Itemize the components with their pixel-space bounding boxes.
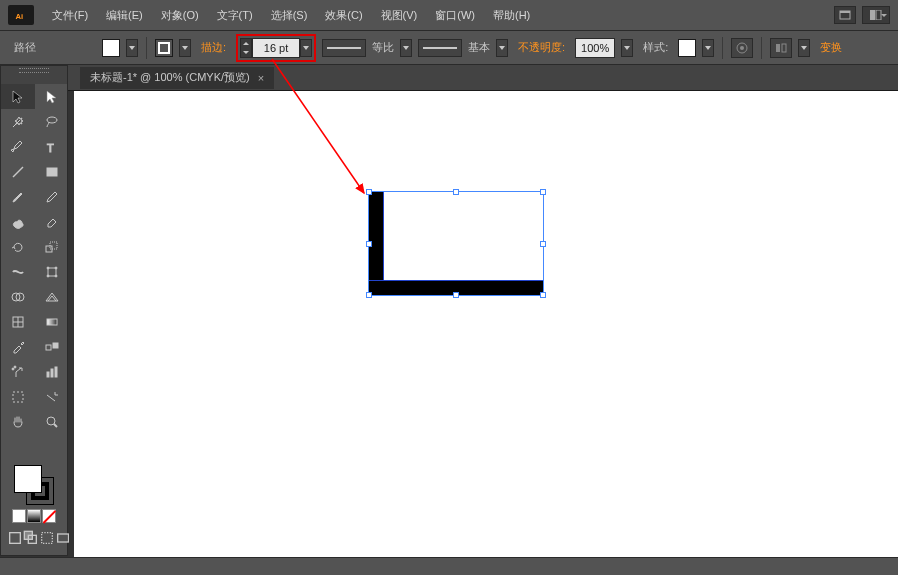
column-graph-tool[interactable] <box>35 359 69 384</box>
menu-object[interactable]: 对象(O) <box>153 4 207 27</box>
handle-top-mid[interactable] <box>453 189 459 195</box>
svg-rect-26 <box>46 345 51 350</box>
hand-tool[interactable] <box>1 409 35 434</box>
slice-tool[interactable] <box>35 384 69 409</box>
stroke-weight-dropdown[interactable] <box>300 39 312 57</box>
handle-top-left[interactable] <box>366 189 372 195</box>
svg-rect-8 <box>782 44 786 52</box>
fill-dropdown[interactable] <box>126 39 138 57</box>
menu-bar: Ai 文件(F) 编辑(E) 对象(O) 文字(T) 选择(S) 效果(C) 视… <box>0 0 898 30</box>
svg-rect-25 <box>47 319 57 325</box>
none-mode-swatch[interactable] <box>42 509 56 523</box>
document-tab-bar: 未标题-1* @ 100% (CMYK/预览) × <box>0 65 898 91</box>
stroke-swatch[interactable] <box>155 39 173 57</box>
menu-help[interactable]: 帮助(H) <box>485 4 538 27</box>
arrange-docs-button[interactable] <box>862 6 890 24</box>
fill-stroke-indicator[interactable] <box>14 465 54 505</box>
handle-mid-right[interactable] <box>540 241 546 247</box>
align-icon[interactable] <box>770 38 792 58</box>
handle-bottom-left[interactable] <box>366 292 372 298</box>
svg-point-29 <box>14 366 16 368</box>
fill-swatch[interactable] <box>102 39 120 57</box>
menu-select[interactable]: 选择(S) <box>263 4 316 27</box>
recolor-artwork-icon[interactable] <box>731 38 753 58</box>
profile-label: 等比 <box>372 40 394 55</box>
menu-window[interactable]: 窗口(W) <box>427 4 483 27</box>
draw-behind-icon[interactable] <box>23 527 39 549</box>
paintbrush-tool[interactable] <box>1 184 35 209</box>
svg-text:T: T <box>47 142 54 154</box>
transform-label[interactable]: 变换 <box>816 40 846 55</box>
pen-tool[interactable] <box>1 134 35 159</box>
draw-normal-icon[interactable] <box>7 527 23 549</box>
opacity-input[interactable]: 100% <box>575 38 615 58</box>
style-swatch[interactable] <box>678 39 696 57</box>
stroke-weight-input[interactable]: 16 pt <box>252 38 300 58</box>
handle-mid-left[interactable] <box>366 241 372 247</box>
mesh-tool[interactable] <box>1 309 35 334</box>
line-segment-tool[interactable] <box>1 159 35 184</box>
width-tool[interactable] <box>1 259 35 284</box>
menu-type[interactable]: 文字(T) <box>209 4 261 27</box>
symbol-sprayer-tool[interactable] <box>1 359 35 384</box>
profile-dropdown[interactable] <box>400 39 412 57</box>
selection-bounding-box <box>368 191 544 296</box>
shape-builder-tool[interactable] <box>1 284 35 309</box>
style-label: 样式: <box>639 40 672 55</box>
eraser-tool[interactable] <box>35 209 69 234</box>
menu-effect[interactable]: 效果(C) <box>317 4 370 27</box>
blend-tool[interactable] <box>35 334 69 359</box>
fill-color-box[interactable] <box>14 465 42 493</box>
rotate-tool[interactable] <box>1 234 35 259</box>
tab-close-icon[interactable]: × <box>258 72 264 84</box>
handle-bottom-right[interactable] <box>540 292 546 298</box>
stroke-weight-stepper[interactable] <box>240 38 252 58</box>
selection-tool[interactable] <box>1 84 35 109</box>
gradient-mode-swatch[interactable] <box>27 509 41 523</box>
svg-line-35 <box>54 424 57 427</box>
artboard-tool[interactable] <box>1 384 35 409</box>
brush-dropdown[interactable] <box>496 39 508 57</box>
svg-point-17 <box>55 267 57 269</box>
draw-inside-icon[interactable] <box>39 527 55 549</box>
lasso-tool[interactable] <box>35 109 69 134</box>
stroke-dropdown[interactable] <box>179 39 191 57</box>
toolbox-grip[interactable] <box>1 66 67 74</box>
toolbox: T <box>0 65 68 556</box>
color-mode-swatch[interactable] <box>12 509 26 523</box>
brush-preview[interactable] <box>418 39 462 57</box>
direct-selection-tool[interactable] <box>35 84 69 109</box>
opacity-dropdown[interactable] <box>621 39 633 57</box>
document-tab[interactable]: 未标题-1* @ 100% (CMYK/预览) × <box>80 67 274 89</box>
zoom-tool[interactable] <box>35 409 69 434</box>
blob-brush-tool[interactable] <box>1 209 35 234</box>
handle-top-right[interactable] <box>540 189 546 195</box>
svg-rect-4 <box>876 10 881 20</box>
svg-point-18 <box>47 275 49 277</box>
free-transform-tool[interactable] <box>35 259 69 284</box>
toolbox-header <box>1 74 67 84</box>
menu-file[interactable]: 文件(F) <box>44 4 96 27</box>
screen-mode-icon[interactable] <box>55 527 71 549</box>
menu-edit[interactable]: 编辑(E) <box>98 4 151 27</box>
handle-bottom-mid[interactable] <box>453 292 459 298</box>
svg-point-28 <box>12 368 14 370</box>
style-dropdown[interactable] <box>702 39 714 57</box>
profile-preview[interactable] <box>322 39 366 57</box>
gradient-tool[interactable] <box>35 309 69 334</box>
perspective-grid-tool[interactable] <box>35 284 69 309</box>
app-icon: Ai <box>8 5 34 25</box>
canvas[interactable] <box>74 91 898 575</box>
rectangle-tool[interactable] <box>35 159 69 184</box>
scale-tool[interactable] <box>35 234 69 259</box>
type-tool[interactable]: T <box>35 134 69 159</box>
align-dropdown[interactable] <box>798 39 810 57</box>
opacity-label[interactable]: 不透明度: <box>514 40 569 55</box>
svg-point-6 <box>740 46 744 50</box>
magic-wand-tool[interactable] <box>1 109 35 134</box>
bridge-button[interactable] <box>834 6 856 24</box>
stroke-label[interactable]: 描边: <box>197 40 230 55</box>
eyedropper-tool[interactable] <box>1 334 35 359</box>
pencil-tool[interactable] <box>35 184 69 209</box>
menu-view[interactable]: 视图(V) <box>373 4 426 27</box>
